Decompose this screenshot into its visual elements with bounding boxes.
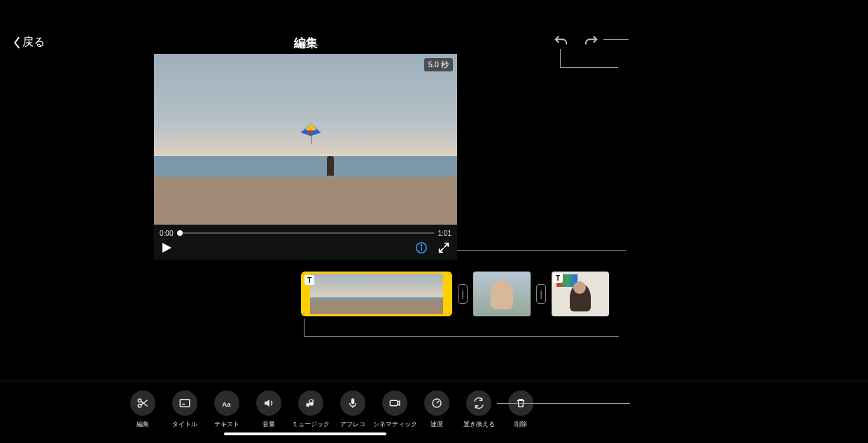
duration-badge: 5.0 秒 [424, 58, 453, 71]
scrub-playhead[interactable] [177, 230, 183, 236]
home-indicator [224, 433, 386, 435]
undo-icon [553, 34, 568, 49]
info-button[interactable] [415, 241, 428, 257]
music-note-icon [304, 397, 317, 409]
microphone-icon [346, 397, 359, 409]
callout-line [560, 67, 597, 68]
preview-image[interactable]: 5.0 秒 [154, 54, 457, 225]
tool-titles[interactable]: タイトル [171, 391, 199, 429]
callout-line [304, 336, 619, 337]
text-icon: Aa [220, 397, 233, 409]
tool-label: 音量 [262, 420, 275, 429]
callout-line [560, 49, 561, 67]
tool-speed[interactable]: 速度 [423, 391, 451, 429]
tool-label: タイトル [172, 420, 197, 429]
time-current: 0:00 [160, 230, 173, 237]
timeline[interactable]: T | | T [301, 272, 609, 316]
tool-voiceover[interactable]: アフレコ [339, 391, 367, 429]
speaker-icon [262, 397, 275, 409]
header-bar: 戻る 編集 [0, 28, 868, 56]
time-total: 1:01 [438, 230, 451, 237]
tool-text[interactable]: Aa テキスト [213, 391, 241, 429]
back-button[interactable]: 戻る [13, 35, 45, 50]
scrub-track[interactable] [177, 232, 433, 234]
toolbar-divider [0, 381, 868, 381]
tool-edit[interactable]: 編集 [129, 391, 157, 429]
speedometer-icon [430, 397, 443, 409]
tool-volume[interactable]: 音量 [255, 391, 283, 429]
tool-cinematic[interactable]: シネマティック [381, 391, 409, 429]
camera-icon [388, 397, 401, 409]
undo-redo-group [553, 34, 599, 49]
redo-button[interactable] [584, 34, 599, 49]
edit-toolbar: 編集 タイトル Aa テキスト 音量 ミュージック アフレコ シネマティック 速… [129, 391, 535, 429]
titles-icon [178, 397, 191, 409]
back-label: 戻る [22, 35, 45, 50]
svg-rect-12 [351, 398, 355, 404]
play-button[interactable] [161, 242, 172, 256]
transition-button[interactable]: | [536, 284, 546, 304]
transition-button[interactable]: | [458, 284, 468, 304]
tool-label: 削除 [514, 420, 527, 429]
svg-rect-9 [180, 400, 190, 407]
svg-point-6 [421, 245, 421, 246]
undo-button[interactable] [553, 34, 568, 49]
title-badge-icon: T [553, 273, 563, 283]
kite-icon [300, 122, 322, 145]
svg-marker-3 [162, 243, 172, 253]
preview-viewer: 5.0 秒 0:00 1:01 [154, 54, 457, 260]
callout-line [304, 318, 304, 336]
replace-icon [472, 397, 485, 409]
tool-label: 置き換える [463, 420, 495, 429]
tool-label: 速度 [430, 420, 443, 429]
tool-music[interactable]: ミュージック [297, 391, 325, 429]
viewer-controls [154, 239, 457, 260]
tool-label: テキスト [214, 420, 239, 429]
timeline-clip[interactable] [473, 272, 531, 316]
chevron-left-icon [13, 36, 21, 49]
page-title: 編集 [154, 35, 457, 51]
timeline-clip[interactable]: T [552, 272, 609, 316]
callout-line [603, 39, 629, 40]
tool-label: 編集 [136, 420, 149, 429]
tool-label: アフレコ [340, 420, 365, 429]
tool-replace[interactable]: 置き換える [465, 391, 493, 429]
svg-text:Aa: Aa [222, 400, 231, 408]
callout-line [597, 67, 618, 68]
info-icon [415, 241, 428, 254]
svg-rect-13 [390, 400, 398, 406]
fullscreen-button[interactable] [438, 241, 450, 257]
redo-icon [584, 34, 599, 49]
title-badge-icon: T [304, 275, 314, 285]
callout-line [457, 250, 626, 251]
expand-icon [438, 241, 450, 254]
play-icon [161, 242, 172, 253]
tool-delete[interactable]: 削除 [507, 391, 535, 429]
callout-line [497, 403, 630, 404]
tool-label: ミュージック [292, 420, 330, 429]
timeline-clip[interactable]: T [301, 272, 452, 316]
scissors-icon [136, 397, 149, 409]
tool-label: シネマティック [373, 420, 417, 429]
